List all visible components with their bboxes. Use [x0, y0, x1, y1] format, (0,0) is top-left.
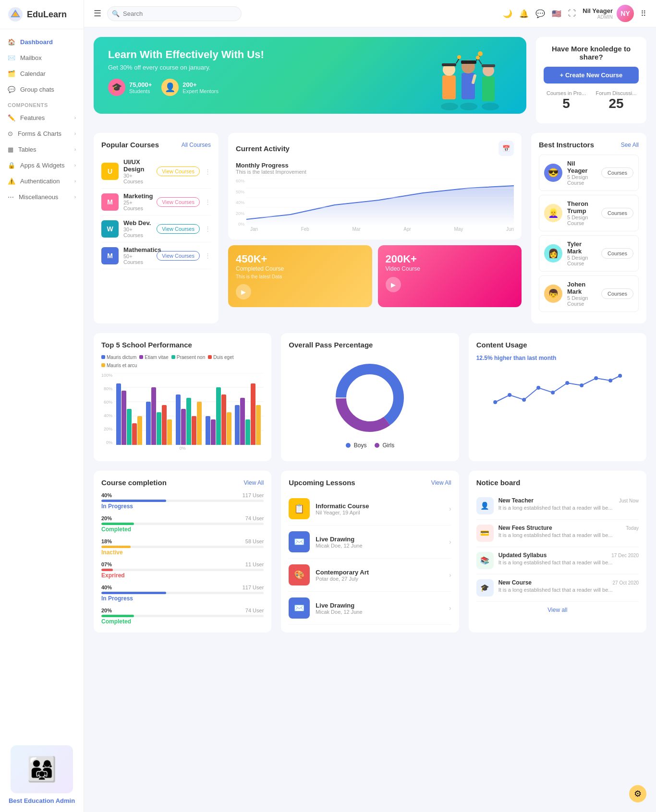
sidebar-item-miscellaneous[interactable]: ⋯ Miscellaneous ›: [0, 189, 84, 205]
arrow-icon[interactable]: ›: [449, 604, 451, 612]
svg-point-39: [536, 386, 540, 390]
bar: [162, 405, 167, 445]
chat-icon[interactable]: 💬: [535, 9, 545, 18]
bar: [251, 383, 255, 445]
courses-button[interactable]: Courses: [601, 288, 633, 299]
lesson-sub: Nil Yeager, 19 April: [316, 510, 443, 515]
activity-calendar-icon[interactable]: 📅: [498, 141, 514, 156]
x-axis-labels: JanFebMarAprMayJun: [236, 227, 514, 232]
bottom-row: Top 5 School Performance Mauris dictum E…: [94, 333, 646, 461]
search-input[interactable]: [107, 6, 242, 21]
notice-text: It is a long established fact that a rea…: [498, 505, 639, 511]
instructor-name: Johen Mark: [567, 281, 596, 295]
completion-label: Exprired: [101, 572, 264, 579]
svg-point-21: [476, 56, 480, 60]
bar: [227, 412, 231, 445]
notice-title-text: New Teacher: [498, 497, 534, 504]
stat-mentors: 👤 200+ Expert Mentors: [161, 79, 219, 96]
instructor-name: Nil Yeager: [567, 160, 596, 174]
view-courses-button[interactable]: View Courses: [157, 167, 200, 176]
completion-view-all[interactable]: View All: [244, 479, 264, 486]
courses-button[interactable]: Courses: [601, 167, 633, 178]
notice-time: Today: [626, 525, 639, 531]
forms-icon: ⊙: [8, 130, 13, 137]
courses-button[interactable]: Courses: [601, 208, 633, 218]
lesson-item: 🎨 Contemporary Art Potar doe, 27 July ›: [289, 559, 451, 592]
course-name: UI/UX Design: [123, 158, 152, 173]
sidebar-item-mailbox[interactable]: ✉️ Mailbox: [0, 50, 84, 66]
see-all-link[interactable]: See All: [621, 142, 639, 148]
lesson-sub: Micak Doe, 12 June: [316, 609, 443, 615]
sidebar-item-group-chats[interactable]: 💬 Group chats: [0, 82, 84, 97]
notice-time: 27 Oct 2020: [613, 580, 639, 585]
sidebar-item-features[interactable]: ✏️ Features ›: [0, 110, 84, 126]
logo-text: EduLearn: [27, 10, 67, 20]
moon-icon[interactable]: 🌙: [503, 9, 512, 18]
create-course-button[interactable]: + Create New Course: [544, 67, 639, 84]
more-icon[interactable]: ⋮: [205, 198, 211, 205]
current-activity-section: Current Activity 📅 Monthly Progress This…: [228, 133, 522, 323]
right-panel-title: Have More knoledge to share?: [544, 45, 639, 61]
forum-label: Forum Discussi...: [594, 90, 639, 96]
banner-illustration: [421, 37, 517, 114]
main-content: ☰ 🔍 🌙 🔔 💬 🇺🇸 ⛶ Nil Yeager ADMIN NY: [84, 0, 656, 812]
courses-value: 5: [544, 96, 589, 111]
notice-text: It is a long established fact that a rea…: [498, 587, 639, 593]
sidebar-item-apps-widgets[interactable]: 🔒 Apps & Widgets ›: [0, 157, 84, 173]
notice-icon: 💳: [476, 525, 494, 542]
sidebar-item-tables[interactable]: ▦ Tables ›: [0, 142, 84, 157]
arrow-icon[interactable]: ›: [449, 571, 451, 579]
sparkline-svg: [476, 366, 639, 414]
lesson-icon: ✉️: [289, 597, 310, 619]
lessons-view-all[interactable]: View All: [431, 479, 451, 486]
svg-rect-8: [442, 63, 456, 66]
bell-icon[interactable]: 🔔: [519, 9, 529, 18]
bar-chart-area: [114, 373, 264, 445]
more-icon[interactable]: ⋮: [205, 225, 211, 232]
svg-point-3: [441, 103, 458, 110]
grid-icon[interactable]: ⠿: [641, 9, 646, 18]
students-label: Students: [129, 88, 152, 94]
lessons-title: Upcoming Lessons: [289, 478, 355, 487]
pct: 18%: [101, 538, 112, 544]
notice-time: Just Now: [619, 498, 639, 503]
chevron-right-icon: ›: [74, 194, 76, 200]
sidebar-item-forms-charts[interactable]: ⊙ Forms & Charts ›: [0, 126, 84, 142]
view-all-button[interactable]: View all: [476, 602, 639, 615]
floating-action-button[interactable]: ⚙: [629, 785, 646, 802]
chart-sub: This is the latest Improvement: [236, 169, 514, 175]
all-courses-link[interactable]: All Courses: [182, 142, 211, 148]
flag-icon[interactable]: 🇺🇸: [552, 9, 561, 18]
lesson-name: Informatic Course: [316, 502, 443, 510]
user-info[interactable]: Nil Yeager ADMIN NY: [583, 5, 634, 22]
lesson-name: Live Drawing: [316, 602, 443, 609]
view-courses-button[interactable]: View Courses: [157, 251, 200, 261]
mentors-icon: 👤: [161, 79, 179, 96]
completion-label: Completed: [101, 618, 264, 625]
courses-button[interactable]: Courses: [601, 248, 633, 259]
more-icon[interactable]: ⋮: [205, 168, 211, 175]
pct: 40%: [101, 492, 112, 498]
play-button[interactable]: ▶: [236, 284, 251, 299]
view-courses-button[interactable]: View Courses: [157, 197, 200, 207]
completion-list: 40% 117 User In Progress 20%: [101, 492, 264, 625]
view-courses-button[interactable]: View Courses: [157, 224, 200, 234]
bar: [256, 405, 261, 445]
arrow-icon[interactable]: ›: [449, 538, 451, 546]
sidebar-item-authentication[interactable]: ⚠️ Authentication ›: [0, 173, 84, 189]
girls-label: Girls: [383, 442, 395, 449]
arrow-icon[interactable]: ›: [449, 505, 451, 513]
more-icon[interactable]: ⋮: [205, 252, 211, 259]
course-icon-webdev: W: [101, 220, 119, 238]
lesson-icon: 🎨: [289, 564, 310, 585]
progress-bar: [101, 569, 264, 571]
sidebar-item-dashboard[interactable]: 🏠 Dashboard: [0, 34, 84, 50]
sidebar-item-calendar[interactable]: 🗂️ Calendar: [0, 66, 84, 82]
progress-fill: [101, 546, 131, 548]
expand-icon[interactable]: ⛶: [568, 9, 576, 18]
play-button[interactable]: ▶: [386, 277, 401, 292]
svg-point-44: [608, 379, 612, 382]
lesson-icon: ✉️: [289, 531, 310, 552]
hamburger-button[interactable]: ☰: [94, 8, 101, 19]
legend-item: Mauris et arcu: [101, 363, 137, 368]
